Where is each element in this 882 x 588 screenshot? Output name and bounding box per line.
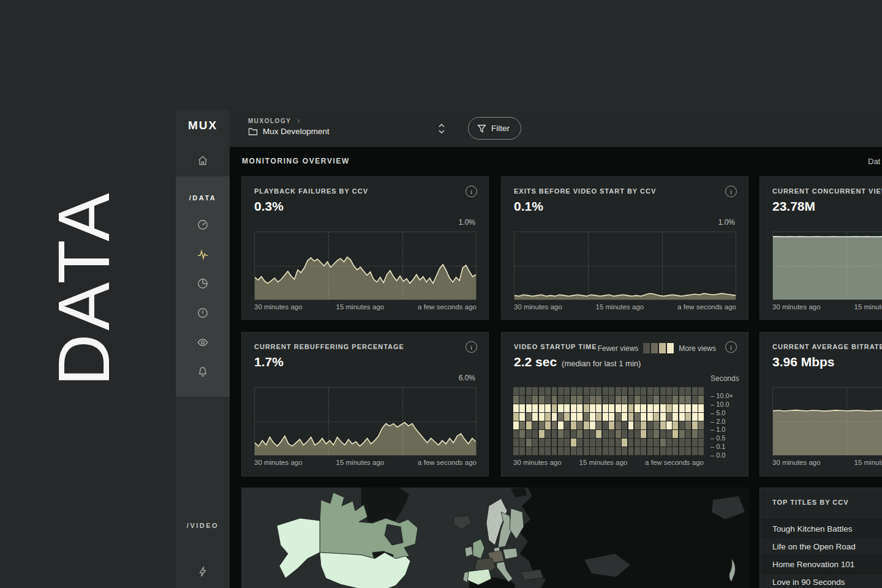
heatmap-cell bbox=[635, 430, 640, 438]
heatmap-cell bbox=[552, 439, 557, 447]
heatmap-cell bbox=[584, 413, 589, 421]
info-icon[interactable]: i bbox=[466, 341, 477, 353]
heatmap-cell bbox=[685, 421, 691, 429]
heatmap-cell bbox=[666, 404, 672, 412]
heatmap-cell bbox=[628, 413, 634, 421]
metric-value-number: 2.2 sec bbox=[514, 355, 557, 369]
breadcrumb-root[interactable]: MUXOLOGY bbox=[248, 118, 291, 124]
heatmap-cell bbox=[552, 430, 557, 438]
heatmap-cell bbox=[635, 387, 640, 395]
heatmap-cell bbox=[679, 396, 685, 404]
heatmap-cell bbox=[552, 447, 557, 455]
legend-swatch bbox=[651, 343, 658, 353]
top-title-row[interactable]: Tough Kitchen Battles bbox=[760, 519, 882, 537]
heatmap-cell bbox=[628, 430, 634, 438]
breadcrumb: MUXOLOGY › Mux Development bbox=[248, 116, 330, 136]
heatmap-cell bbox=[603, 439, 608, 447]
heatmap-cell bbox=[590, 396, 595, 404]
heatmap-cell bbox=[609, 387, 614, 395]
heatmap-cell bbox=[635, 421, 640, 429]
heatmap-cell bbox=[698, 430, 704, 438]
project-name: Mux Development bbox=[263, 127, 330, 136]
gauge-icon[interactable] bbox=[190, 213, 215, 237]
bell-icon[interactable] bbox=[190, 360, 215, 384]
heatmap-cell bbox=[552, 387, 557, 395]
heatmap-cell bbox=[679, 387, 685, 395]
eye-icon[interactable] bbox=[190, 330, 215, 355]
heatmap-cell bbox=[603, 413, 608, 421]
metric-value: 3.96 Mbps bbox=[772, 355, 835, 369]
home-icon[interactable] bbox=[190, 148, 215, 173]
info-icon[interactable]: i bbox=[466, 186, 477, 197]
heatmap-cell bbox=[698, 413, 704, 421]
heatmap-cell bbox=[609, 447, 614, 455]
heatmap-cell bbox=[654, 430, 659, 438]
heatmap-cell bbox=[616, 404, 621, 412]
heatmap-cell bbox=[545, 421, 551, 429]
top-title-row[interactable]: Life on the Open Road bbox=[760, 537, 882, 555]
heatmap-cell bbox=[660, 421, 666, 429]
lightning-icon[interactable] bbox=[190, 559, 215, 584]
heatmap-cell bbox=[558, 387, 564, 395]
info-icon[interactable]: i bbox=[725, 186, 737, 197]
top-title-label: Life on the Open Road bbox=[772, 542, 856, 551]
area-chart bbox=[254, 387, 477, 456]
heatmap-cell bbox=[513, 396, 519, 404]
heatmap-cell bbox=[679, 439, 685, 447]
area-chart bbox=[254, 232, 477, 300]
heatmap-cell bbox=[647, 430, 653, 438]
heatmap-cell bbox=[526, 439, 532, 447]
metric-value: 2.2 sec (median for last 1 min) bbox=[514, 355, 641, 369]
heatmap-cell bbox=[539, 439, 545, 447]
project-selector[interactable]: Mux Development bbox=[248, 127, 330, 136]
heatmap-cell bbox=[622, 439, 627, 447]
heatmap-cell bbox=[584, 421, 589, 429]
top-title-row[interactable]: Love in 90 Seconds bbox=[760, 573, 882, 588]
heatmap-cell bbox=[539, 396, 545, 404]
heatmap-cell bbox=[647, 439, 653, 447]
heatmap-cell bbox=[685, 387, 691, 395]
heatmap-cell bbox=[641, 439, 646, 447]
heatmap-cell bbox=[545, 439, 551, 447]
heatmap-cell bbox=[564, 447, 570, 455]
card-title: CURRENT CONCURRENT VIEWERS (CCV) bbox=[772, 187, 882, 195]
heatmap-cell bbox=[558, 430, 564, 438]
heatmap-cell bbox=[513, 447, 519, 455]
heatmap-cell bbox=[603, 447, 608, 455]
card-title: TOP TITLES BY CCV bbox=[772, 499, 849, 506]
alert-icon[interactable] bbox=[190, 301, 215, 325]
sidebar-item-data[interactable]: /DATA bbox=[176, 194, 230, 202]
heatmap-cell bbox=[532, 421, 538, 429]
heatmap-cell bbox=[654, 404, 659, 412]
heatmap-cell bbox=[552, 404, 557, 412]
heatmap-cell bbox=[609, 396, 614, 404]
heatmap-cell bbox=[532, 387, 538, 395]
heatmap-cell bbox=[666, 387, 672, 395]
heatmap-cell bbox=[666, 421, 672, 429]
heatmap-cell bbox=[622, 421, 627, 429]
heatmap-cell bbox=[545, 430, 551, 438]
pulse-icon[interactable] bbox=[190, 243, 215, 267]
pie-chart-icon[interactable] bbox=[190, 271, 215, 296]
x-label: 15 minutes ago bbox=[596, 303, 644, 311]
heatmap-cell bbox=[673, 387, 678, 395]
filter-button[interactable]: Filter bbox=[468, 117, 521, 140]
area-chart bbox=[772, 232, 882, 300]
heatmap-cell bbox=[558, 404, 564, 412]
top-title-row[interactable]: Home Renovation 101 bbox=[760, 555, 882, 573]
project-switcher[interactable] bbox=[438, 123, 445, 135]
home-icon bbox=[197, 154, 209, 167]
heatmap-cell bbox=[590, 413, 595, 421]
info-icon[interactable]: i bbox=[725, 341, 737, 353]
heatmap-cell bbox=[685, 447, 691, 455]
sidebar-item-video[interactable]: /VIDEO bbox=[176, 522, 230, 529]
card-rebuffering: CURRENT REBUFFERING PERCENTAGE i 1.7% 6.… bbox=[241, 332, 489, 477]
header-right-clipped[interactable]: Dat bbox=[868, 157, 880, 166]
main-content: MONITORING OVERVIEW Dat PLAYBACK FAILURE… bbox=[230, 147, 882, 588]
heatmap-cell bbox=[513, 404, 519, 412]
heatmap-cell bbox=[673, 404, 678, 412]
filter-funnel-icon bbox=[477, 124, 486, 133]
heatmap-cell bbox=[539, 404, 545, 412]
heatmap-cell bbox=[628, 404, 634, 412]
heatmap-cell bbox=[635, 439, 640, 447]
